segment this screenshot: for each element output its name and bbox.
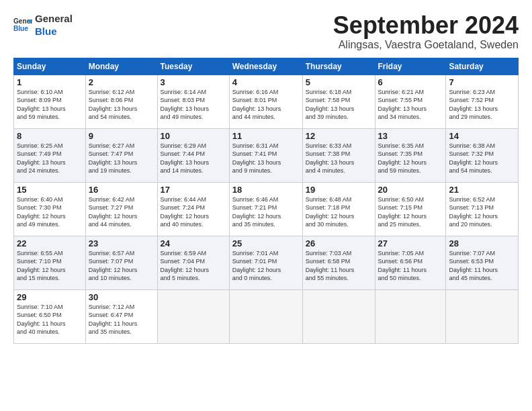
header-sunday: Sunday — [14, 58, 86, 75]
header-wednesday: Wednesday — [229, 58, 302, 75]
day-info: Sunrise: 6:59 AM Sunset: 7:04 PM Dayligh… — [161, 249, 226, 283]
calendar-week-row: 8Sunrise: 6:25 AM Sunset: 7:49 PM Daylig… — [14, 128, 519, 182]
day-info: Sunrise: 6:31 AM Sunset: 7:41 PM Dayligh… — [232, 142, 300, 175]
day-number: 3 — [161, 77, 226, 87]
day-number: 5 — [306, 77, 372, 87]
day-info: Sunrise: 6:21 AM Sunset: 7:55 PM Dayligh… — [378, 88, 443, 122]
calendar-cell: 20Sunrise: 6:50 AM Sunset: 7:15 PM Dayli… — [375, 182, 446, 236]
calendar-cell — [375, 289, 446, 343]
calendar-cell: 9Sunrise: 6:27 AM Sunset: 7:47 PM Daylig… — [85, 128, 157, 182]
calendar-cell: 4Sunrise: 6:16 AM Sunset: 8:01 PM Daylig… — [229, 75, 302, 128]
day-number: 28 — [449, 238, 515, 248]
day-number: 2 — [89, 77, 154, 87]
calendar-cell: 17Sunrise: 6:44 AM Sunset: 7:24 PM Dayli… — [157, 182, 229, 236]
logo-general: General — [35, 13, 73, 24]
calendar-cell: 28Sunrise: 7:07 AM Sunset: 6:53 PM Dayli… — [446, 236, 519, 289]
header: General Blue General Blue September 2024… — [13, 12, 519, 51]
calendar-cell: 1Sunrise: 6:10 AM Sunset: 8:09 PM Daylig… — [14, 75, 86, 128]
calendar-week-row: 15Sunrise: 6:40 AM Sunset: 7:30 PM Dayli… — [14, 182, 519, 236]
day-info: Sunrise: 6:35 AM Sunset: 7:35 PM Dayligh… — [378, 142, 443, 175]
calendar-cell: 6Sunrise: 6:21 AM Sunset: 7:55 PM Daylig… — [375, 75, 446, 128]
day-number: 22 — [17, 238, 83, 248]
header-tuesday: Tuesday — [157, 58, 229, 75]
calendar-cell: 5Sunrise: 6:18 AM Sunset: 7:58 PM Daylig… — [302, 75, 375, 128]
day-info: Sunrise: 6:23 AM Sunset: 7:52 PM Dayligh… — [449, 88, 515, 122]
header-saturday: Saturday — [446, 58, 519, 75]
day-number: 24 — [161, 238, 226, 248]
calendar-cell: 26Sunrise: 7:03 AM Sunset: 6:58 PM Dayli… — [302, 236, 375, 289]
day-number: 1 — [17, 77, 83, 87]
day-number: 27 — [378, 238, 443, 248]
calendar-cell: 25Sunrise: 7:01 AM Sunset: 7:01 PM Dayli… — [229, 236, 302, 289]
day-number: 23 — [89, 238, 154, 248]
page: General Blue General Blue September 2024… — [0, 0, 532, 411]
day-info: Sunrise: 6:33 AM Sunset: 7:38 PM Dayligh… — [306, 142, 372, 175]
calendar-cell: 15Sunrise: 6:40 AM Sunset: 7:30 PM Dayli… — [14, 182, 86, 236]
month-title: September 2024 — [333, 12, 519, 39]
calendar-cell: 3Sunrise: 6:14 AM Sunset: 8:03 PM Daylig… — [157, 75, 229, 128]
calendar-cell: 10Sunrise: 6:29 AM Sunset: 7:44 PM Dayli… — [157, 128, 229, 182]
day-info: Sunrise: 6:50 AM Sunset: 7:15 PM Dayligh… — [378, 195, 443, 229]
day-info: Sunrise: 6:44 AM Sunset: 7:24 PM Dayligh… — [161, 195, 226, 229]
day-number: 8 — [17, 131, 83, 141]
day-info: Sunrise: 7:12 AM Sunset: 6:47 PM Dayligh… — [89, 303, 154, 336]
day-number: 18 — [232, 185, 300, 195]
calendar-cell: 29Sunrise: 7:10 AM Sunset: 6:50 PM Dayli… — [14, 289, 86, 343]
calendar-cell — [302, 289, 375, 343]
day-info: Sunrise: 6:12 AM Sunset: 8:06 PM Dayligh… — [89, 88, 154, 122]
day-number: 14 — [449, 131, 515, 141]
calendar-cell: 13Sunrise: 6:35 AM Sunset: 7:35 PM Dayli… — [375, 128, 446, 182]
day-info: Sunrise: 6:29 AM Sunset: 7:44 PM Dayligh… — [161, 142, 226, 175]
logo: General Blue General Blue — [13, 12, 73, 38]
day-number: 9 — [89, 131, 154, 141]
calendar-cell: 21Sunrise: 6:52 AM Sunset: 7:13 PM Dayli… — [446, 182, 519, 236]
day-info: Sunrise: 7:05 AM Sunset: 6:56 PM Dayligh… — [378, 249, 443, 283]
day-info: Sunrise: 6:10 AM Sunset: 8:09 PM Dayligh… — [17, 88, 83, 122]
weekday-header-row: Sunday Monday Tuesday Wednesday Thursday… — [14, 58, 519, 75]
calendar-cell: 16Sunrise: 6:42 AM Sunset: 7:27 PM Dayli… — [85, 182, 157, 236]
day-info: Sunrise: 6:16 AM Sunset: 8:01 PM Dayligh… — [232, 88, 300, 122]
calendar: Sunday Monday Tuesday Wednesday Thursday… — [13, 58, 519, 344]
day-number: 10 — [161, 131, 226, 141]
location: Alingsas, Vaestra Goetaland, Sweden — [333, 39, 519, 51]
calendar-cell: 22Sunrise: 6:55 AM Sunset: 7:10 PM Dayli… — [14, 236, 86, 289]
header-monday: Monday — [85, 58, 157, 75]
calendar-cell: 18Sunrise: 6:46 AM Sunset: 7:21 PM Dayli… — [229, 182, 302, 236]
calendar-week-row: 29Sunrise: 7:10 AM Sunset: 6:50 PM Dayli… — [14, 289, 519, 343]
day-info: Sunrise: 6:40 AM Sunset: 7:30 PM Dayligh… — [17, 195, 83, 229]
calendar-cell — [446, 289, 519, 343]
day-number: 6 — [378, 77, 443, 87]
calendar-cell: 23Sunrise: 6:57 AM Sunset: 7:07 PM Dayli… — [85, 236, 157, 289]
calendar-cell: 12Sunrise: 6:33 AM Sunset: 7:38 PM Dayli… — [302, 128, 375, 182]
day-number: 30 — [89, 292, 154, 302]
day-info: Sunrise: 6:27 AM Sunset: 7:47 PM Dayligh… — [89, 142, 154, 175]
calendar-cell: 27Sunrise: 7:05 AM Sunset: 6:56 PM Dayli… — [375, 236, 446, 289]
calendar-week-row: 22Sunrise: 6:55 AM Sunset: 7:10 PM Dayli… — [14, 236, 519, 289]
logo-blue: Blue — [35, 26, 57, 37]
calendar-cell: 14Sunrise: 6:38 AM Sunset: 7:32 PM Dayli… — [446, 128, 519, 182]
day-number: 13 — [378, 131, 443, 141]
calendar-cell — [229, 289, 302, 343]
calendar-cell: 11Sunrise: 6:31 AM Sunset: 7:41 PM Dayli… — [229, 128, 302, 182]
day-info: Sunrise: 6:14 AM Sunset: 8:03 PM Dayligh… — [161, 88, 226, 122]
calendar-cell — [157, 289, 229, 343]
day-info: Sunrise: 6:52 AM Sunset: 7:13 PM Dayligh… — [449, 195, 515, 229]
day-info: Sunrise: 6:42 AM Sunset: 7:27 PM Dayligh… — [89, 195, 154, 229]
day-number: 20 — [378, 185, 443, 195]
calendar-cell: 30Sunrise: 7:12 AM Sunset: 6:47 PM Dayli… — [85, 289, 157, 343]
day-info: Sunrise: 6:38 AM Sunset: 7:32 PM Dayligh… — [449, 142, 515, 175]
day-number: 21 — [449, 185, 515, 195]
day-info: Sunrise: 7:01 AM Sunset: 7:01 PM Dayligh… — [232, 249, 300, 283]
calendar-cell: 7Sunrise: 6:23 AM Sunset: 7:52 PM Daylig… — [446, 75, 519, 128]
day-number: 19 — [306, 185, 372, 195]
day-info: Sunrise: 6:57 AM Sunset: 7:07 PM Dayligh… — [89, 249, 154, 283]
day-number: 7 — [449, 77, 515, 87]
day-number: 29 — [17, 292, 83, 302]
day-info: Sunrise: 6:46 AM Sunset: 7:21 PM Dayligh… — [232, 195, 300, 229]
calendar-cell: 8Sunrise: 6:25 AM Sunset: 7:49 PM Daylig… — [14, 128, 86, 182]
day-number: 16 — [89, 185, 154, 195]
day-number: 25 — [232, 238, 300, 248]
logo-icon: General Blue — [13, 15, 32, 34]
day-info: Sunrise: 6:18 AM Sunset: 7:58 PM Dayligh… — [306, 88, 372, 122]
day-info: Sunrise: 6:25 AM Sunset: 7:49 PM Dayligh… — [17, 142, 83, 175]
